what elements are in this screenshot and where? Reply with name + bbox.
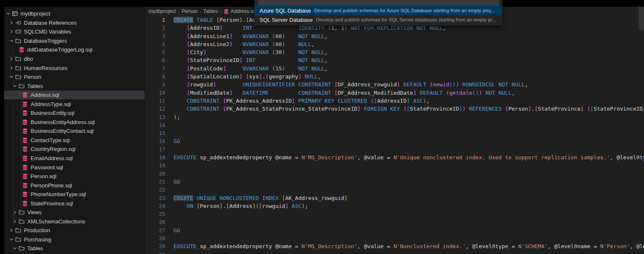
code-line[interactable]: 22 (145, 186, 644, 194)
code-line[interactable]: 9 [rowguid] UNIQUEIDENTIFIER CONSTRAINT … (145, 80, 644, 88)
code-line[interactable]: 13); (145, 113, 644, 121)
code-line[interactable]: 28 (145, 234, 644, 242)
chevron-right-icon[interactable] (8, 29, 15, 34)
tree-item-tables[interactable]: Tables (4, 244, 145, 253)
indent-guide (13, 190, 13, 199)
code-token: NULL (499, 90, 512, 96)
breadcrumb-item-schema[interactable]: Person (182, 8, 197, 14)
tree-item-personphone-sql[interactable]: PersonPhone.sql (4, 181, 145, 190)
tree-item-contacttype-sql[interactable]: ContactType.sql (4, 136, 145, 145)
tree-item-stateprovince-sql[interactable]: StateProvince.sql (4, 199, 145, 208)
code-line[interactable]: 24 ON [Person].[Address]([rowguid] ASC); (145, 202, 644, 210)
tree-item-sqlcmd-variables[interactable]: SQLCMD Variables (4, 27, 145, 36)
tree-item-dbo[interactable]: dbo (4, 54, 145, 64)
indent-guide (13, 145, 13, 154)
code-line[interactable]: 18EXECUTE sp_addextendedproperty @name =… (145, 153, 644, 161)
tree-item-person-sql[interactable]: Person.sql (4, 172, 145, 181)
editor-scrollbar[interactable] (639, 7, 644, 30)
project-tree[interactable]: mydbprojectDatabase ReferencesSQLCMD Var… (4, 7, 145, 254)
code-line[interactable]: 7 [PostalCode] NVARCHAR (15) NOT NULL, (145, 65, 644, 73)
code-line[interactable]: 5 [City] NVARCHAR (30) NOT NULL, (145, 48, 644, 56)
tree-item-label: ContactType.sql (31, 137, 70, 143)
code-line[interactable]: 14 (145, 121, 644, 129)
code-line[interactable]: 29EXECUTE sp_addextendedproperty @name =… (145, 242, 644, 250)
code-line[interactable]: 3 [AddressLine1] NVARCHAR (60) NOT NULL, (145, 32, 644, 40)
code-line[interactable]: 25 (145, 210, 644, 218)
chevron-right-icon[interactable] (11, 219, 18, 224)
tree-item-humanresources[interactable]: HumanResources (4, 63, 145, 73)
code-token (495, 81, 499, 88)
code-token (256, 57, 299, 63)
chevron-down-icon[interactable] (4, 11, 12, 16)
chevron-right-icon[interactable] (8, 20, 15, 26)
code-line[interactable]: 17 (145, 145, 644, 153)
chevron-down-icon[interactable] (8, 74, 15, 80)
indent-guide (13, 244, 13, 253)
code-token: DATETIME (242, 90, 269, 96)
code-line[interactable]: 16GO (145, 137, 644, 145)
tree-item-addresstype-sql[interactable]: AddressType.sql (4, 99, 145, 109)
tree-item-person[interactable]: Person (4, 73, 145, 82)
quick-pick-item-azure-sql-database[interactable]: Azure SQL Database Develop and publish s… (254, 6, 502, 15)
tree-item-emailaddress-sql[interactable]: EmailAddress.sql (4, 154, 145, 163)
editor-pane[interactable]: mydbproject › Person › Tables › Address.… (145, 7, 644, 254)
tree-item-businessentity-sql[interactable]: BusinessEntity.sql (4, 109, 145, 118)
code-token (233, 90, 242, 96)
code-line[interactable]: 30 (145, 251, 644, 254)
chevron-down-icon[interactable] (8, 237, 15, 242)
chevron-right-icon[interactable] (11, 210, 18, 215)
code-token: CREATE (174, 195, 193, 201)
chevron-right-icon[interactable] (8, 56, 15, 62)
tree-item-databasetriggers[interactable]: DatabaseTriggers (4, 36, 145, 46)
chevron-right-icon[interactable] (8, 228, 15, 233)
quick-pick-item-sql-server-database[interactable]: SQL Server Database Develop and publish … (254, 15, 502, 24)
tree-item-password-sql[interactable]: Password.sql (4, 163, 145, 172)
code-line[interactable]: 20 (145, 170, 644, 178)
code-editor[interactable]: 1CREATE TABLE [Person].[Address] (2 [Add… (145, 16, 644, 254)
tree-item-database-references[interactable]: Database References (4, 18, 145, 28)
code-token: ( (272, 49, 275, 55)
breadcrumb-item-project[interactable]: mydbproject (148, 8, 176, 14)
tree-item-production[interactable]: Production (4, 226, 145, 235)
tree-item-businessentityaddress-sql[interactable]: BusinessEntityAddress.sql (4, 118, 145, 127)
code-line[interactable]: 26 (145, 218, 644, 226)
quick-pick-input[interactable] (258, 2, 499, 7)
code-line[interactable]: 6 [StateProvinceID] INT NOT NULL, (145, 56, 644, 64)
tree-item-businessentitycontact-sql[interactable]: BusinessEntityContact.sql (4, 127, 145, 136)
tree-item-ddldatabasetriggerlog-sql[interactable]: ddlDatabaseTriggerLog.sql (4, 45, 145, 54)
code-line[interactable]: 21GO (145, 178, 644, 186)
code-token: CLUSTERED (338, 98, 367, 104)
chevron-down-icon[interactable] (8, 38, 15, 44)
code-token: AddressLine2 (190, 41, 229, 47)
tree-item-label: Tables (27, 245, 43, 251)
code-line[interactable]: 19 (145, 161, 644, 169)
chevron-right-icon[interactable] (8, 65, 15, 71)
code-line[interactable]: 23CREATE UNIQUE NONCLUSTERED INDEX [AK_A… (145, 194, 644, 202)
code-token: INT (246, 57, 255, 63)
code-line[interactable]: 4 [AddressLine2] NVARCHAR (60) NULL, (145, 40, 644, 48)
tree-item-mydbproject[interactable]: mydbproject (4, 9, 145, 18)
tree-item-xmlschemacollections[interactable]: XMLSchemaCollections (4, 217, 145, 226)
code-line[interactable]: 15 (145, 129, 644, 137)
tree-item-views[interactable]: Views (4, 208, 145, 217)
code-line[interactable]: 10 [ModifiedDate] DATETIME CONSTRAINT [D… (145, 89, 644, 97)
chevron-down-icon[interactable] (11, 83, 18, 89)
code-token: DF_Address_rowguid (338, 81, 397, 88)
tree-item-phonenumbertype-sql[interactable]: PhoneNumberType.sql (4, 190, 145, 199)
breadcrumb-item-folder[interactable]: Tables (203, 8, 218, 14)
breadcrumb-separator-icon: › (178, 9, 179, 14)
tree-item-tables[interactable]: Tables (4, 81, 145, 91)
code-line[interactable]: 11 CONSTRAINT [PK_Address_AddressID] PRI… (145, 97, 644, 105)
chevron-down-icon[interactable] (11, 246, 18, 251)
code-line[interactable]: 8 [SpatialLocation] [sys].[geography] NU… (145, 73, 644, 80)
tree-item-countryregion-sql[interactable]: CountryRegion.sql (4, 145, 145, 154)
code-line[interactable]: 12 CONSTRAINT [FK_Address_StateProvince_… (145, 105, 644, 113)
tree-item-address-sql[interactable]: Address.sql (4, 91, 145, 100)
code-token (400, 106, 403, 112)
breadcrumb-item-file[interactable]: Address.sql (231, 8, 257, 14)
code-line[interactable]: 27GO (145, 226, 644, 234)
folder-icon (18, 245, 27, 251)
code-token (361, 25, 364, 31)
code-token: [ (197, 203, 200, 209)
tree-item-purchasing[interactable]: Purchasing (4, 235, 145, 244)
